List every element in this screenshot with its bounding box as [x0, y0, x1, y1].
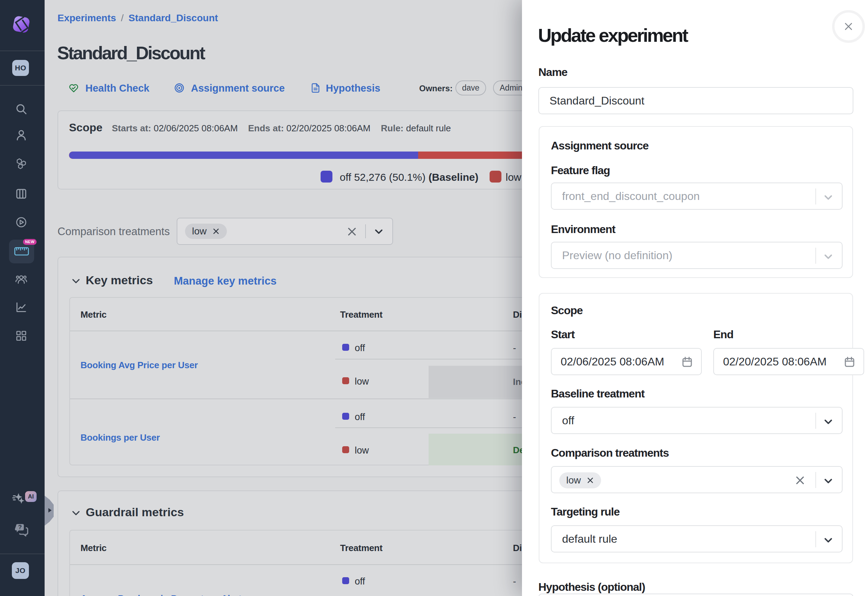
svg-text:?: ?: [18, 524, 22, 531]
